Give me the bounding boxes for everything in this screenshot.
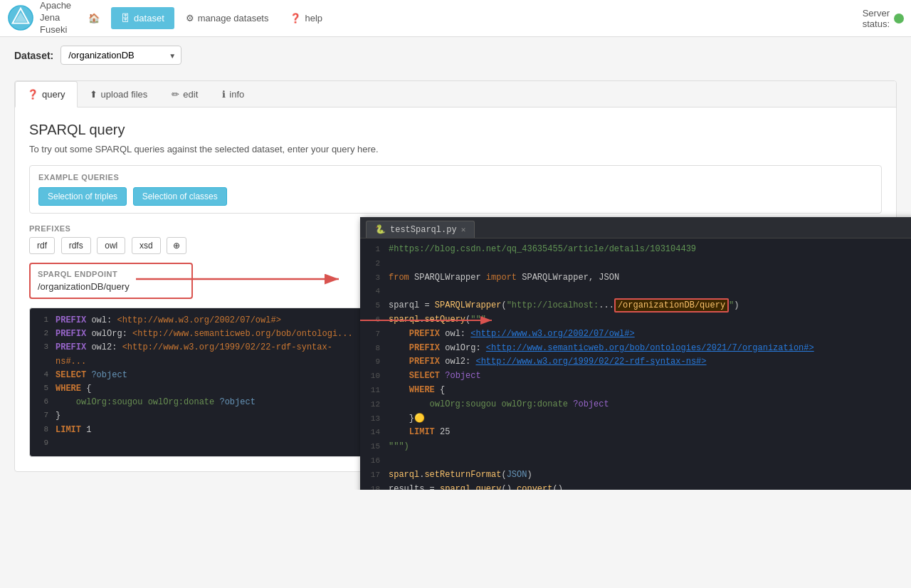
left-column: PREFIXES rdf rdfs owl xsd ⊕ SPARQL ENDPO… <box>29 224 364 457</box>
query-description: To try out some SPARQL queries against t… <box>29 144 882 154</box>
query-title: SPARQL query <box>29 122 882 138</box>
help-icon: ❓ <box>290 13 301 23</box>
example-queries-label: EXAMPLE QUERIES <box>38 173 873 182</box>
example-selection-classes-button[interactable]: Selection of classes <box>133 187 227 206</box>
overlay-line-1: 1 #https://blog.csdn.net/qq_43635455/art… <box>360 243 911 257</box>
endpoint-label: SPARQL ENDPOINT <box>38 270 184 278</box>
overlay-close-icon[interactable]: ✕ <box>461 225 466 234</box>
overlay-line-13: 13 }🟡 <box>360 412 911 426</box>
prefix-xsd-button[interactable]: xsd <box>132 237 161 254</box>
overlay-tab-name: testSparql.py <box>390 225 457 235</box>
overlay-line-3: 3 from SPARQLWrapper import SPARQLWrappe… <box>360 271 911 285</box>
settings-icon: ⚙ <box>186 13 194 23</box>
nav-dataset[interactable]: 🗄 dataset <box>111 7 174 29</box>
code-line-6: 6 owlOrg:sougou owlOrg:donate ?object <box>36 396 357 409</box>
overlay-line-11: 11 WHERE { <box>360 384 911 398</box>
tab-edit[interactable]: ✏ edit <box>159 81 210 107</box>
nav-help[interactable]: ❓ help <box>280 7 332 29</box>
database-icon: 🗄 <box>121 13 130 23</box>
overlay-line-12: 12 owlOrg:sougou owlOrg:donate ?object <box>360 398 911 412</box>
endpoint-value: /organizationDB/query <box>38 281 184 292</box>
prefixes-label: PREFIXES <box>29 224 364 233</box>
overlay-line-17: 17 sparql.setReturnFormat(JSON) <box>360 468 911 483</box>
main-content: ❓ query ⬆ upload files ✏ edit ℹ info SPA… <box>0 73 911 490</box>
overlay-line-18: 18 results = sparql.query().convert() <box>360 483 911 490</box>
tab-query[interactable]: ❓ query <box>15 81 78 107</box>
overlay-line-10: 10 SELECT ?object <box>360 369 911 384</box>
prefixes-box: PREFIXES rdf rdfs owl xsd ⊕ <box>29 224 364 254</box>
nav-links: 🏠 🗄 dataset ⚙ manage datasets ❓ help <box>78 7 863 29</box>
red-arrow-to-highlight-icon <box>360 312 502 330</box>
overlay-code-panel: 🐍 testSparql.py ✕ 1 #https://blog.csdn.n… <box>360 217 911 490</box>
dataset-row: Dataset: /organizationDB <box>0 37 911 73</box>
question-icon: ❓ <box>27 89 38 100</box>
overlay-line-15: 15 """) <box>360 440 911 454</box>
code-line-9: 9 <box>36 437 357 451</box>
edit-icon: ✏ <box>172 89 179 100</box>
overlay-line-4: 4 <box>360 285 911 299</box>
prefix-owl-button[interactable]: owl <box>97 237 125 254</box>
overlay-line-8: 8 PREFIX owlOrg: <http://www.semanticweb… <box>360 342 911 356</box>
code-line-1: 1 PREFIX owl: <http://www.w3.org/2002/07… <box>36 314 357 327</box>
sparql-code-editor[interactable]: 1 PREFIX owl: <http://www.w3.org/2002/07… <box>29 308 364 457</box>
dataset-select[interactable]: /organizationDB <box>60 46 181 65</box>
code-line-8: 8 LIMIT 1 <box>36 424 357 437</box>
tab-upload[interactable]: ⬆ upload files <box>78 81 160 107</box>
overlay-line-2: 2 <box>360 257 911 271</box>
brand-text: Apache Jena Fuseki <box>40 0 71 36</box>
prefix-rdfs-button[interactable]: rdfs <box>61 237 91 254</box>
tab-nav: ❓ query ⬆ upload files ✏ edit ℹ info <box>15 81 896 107</box>
upload-icon: ⬆ <box>90 89 98 100</box>
prefix-rdf-button[interactable]: rdf <box>29 237 55 254</box>
example-queries-box: EXAMPLE QUERIES Selection of triples Sel… <box>29 165 882 214</box>
tab-card: ❓ query ⬆ upload files ✏ edit ℹ info SPA… <box>14 80 897 472</box>
python-file-icon: 🐍 <box>375 224 386 235</box>
server-status-indicator <box>894 14 904 23</box>
sparql-endpoint-box: SPARQL ENDPOINT /organizationDB/query <box>29 263 193 299</box>
nav-home[interactable]: 🏠 <box>78 7 110 29</box>
tab-content: SPARQL query To try out some SPARQL quer… <box>15 107 896 471</box>
dataset-select-wrapper: /organizationDB <box>60 46 181 65</box>
overlay-line-16: 16 <box>360 454 911 468</box>
code-line-3: 3 PREFIX owl2: <http://www.w3.org/1999/0… <box>36 341 357 368</box>
home-icon: 🏠 <box>88 13 100 23</box>
server-status-label: Serverstatus: <box>863 8 890 29</box>
navbar: Apache Jena Fuseki 🏠 🗄 dataset ⚙ manage … <box>0 0 911 37</box>
tab-info[interactable]: ℹ info <box>210 81 256 107</box>
overlay-content: 1 #https://blog.csdn.net/qq_43635455/art… <box>360 238 911 490</box>
brand: Apache Jena Fuseki <box>7 0 71 36</box>
overlay-line-5: 5 sparql = SPARQLWrapper("http://localho… <box>360 299 911 313</box>
overlay-line-9: 9 PREFIX owl2: <http://www.w3.org/1999/0… <box>360 355 911 369</box>
info-icon: ℹ <box>222 89 226 100</box>
two-col-layout: PREFIXES rdf rdfs owl xsd ⊕ SPARQL ENDPO… <box>29 224 882 457</box>
nav-manage-datasets[interactable]: ⚙ manage datasets <box>176 7 279 29</box>
server-status: Serverstatus: <box>863 8 904 29</box>
example-selection-triples-button[interactable]: Selection of triples <box>38 187 127 206</box>
code-line-4: 4 SELECT ?object <box>36 369 357 382</box>
app-logo-icon <box>7 4 34 31</box>
overlay-line-14: 14 LIMIT 25 <box>360 426 911 440</box>
prefix-add-button[interactable]: ⊕ <box>167 237 186 254</box>
code-line-2: 2 PREFIX owlOrg: <http://www.semanticweb… <box>36 327 357 341</box>
code-line-7: 7 } <box>36 409 357 423</box>
dataset-label: Dataset: <box>14 50 53 61</box>
overlay-tab-bar: 🐍 testSparql.py ✕ <box>360 217 911 238</box>
overlay-tab[interactable]: 🐍 testSparql.py ✕ <box>366 221 475 238</box>
code-line-5: 5 WHERE { <box>36 382 357 396</box>
